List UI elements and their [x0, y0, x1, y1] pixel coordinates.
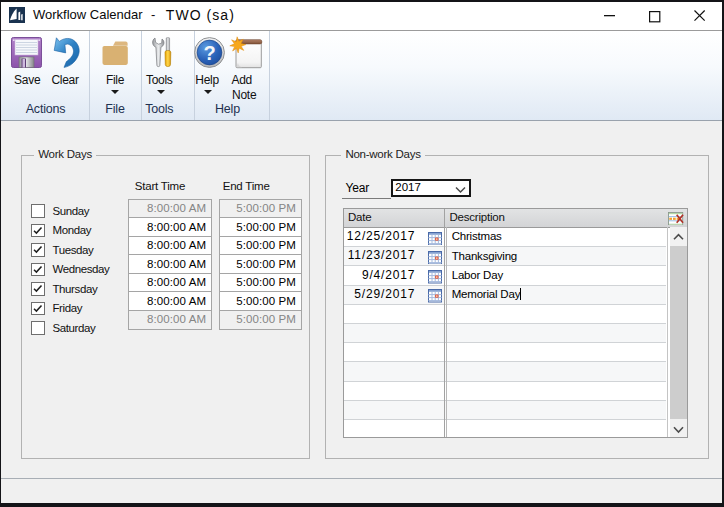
- svg-text:?: ?: [203, 42, 215, 64]
